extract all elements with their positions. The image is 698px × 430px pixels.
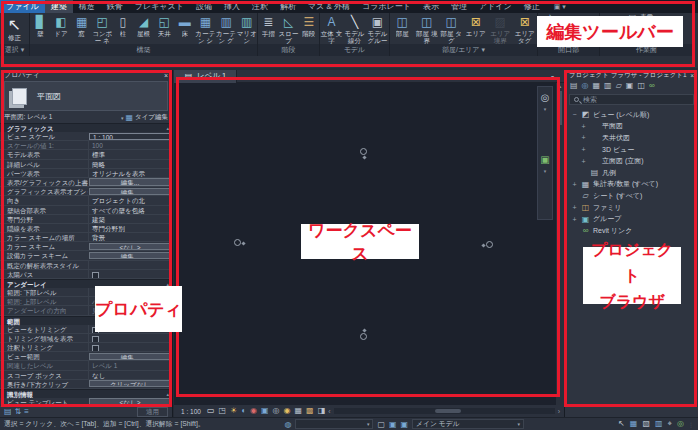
property-row[interactable]: 太陽パス (0, 270, 172, 279)
ribbon-tab[interactable]: プレキャスト (129, 0, 190, 13)
browser-toolbar-icon[interactable]: ▦ (593, 81, 601, 91)
ribbon-button[interactable]: ☰ 階段 (299, 13, 319, 44)
selection-filter-icon[interactable]: ◎ (677, 419, 684, 429)
ribbon-button[interactable]: ◫ 部屋 (390, 13, 415, 44)
modify-button[interactable]: ↖ 修正 (0, 13, 29, 44)
tree-item[interactable]: + ◫ ファミリ (565, 202, 698, 214)
ribbon-tab[interactable]: 設備 (190, 0, 218, 13)
ribbon-tab[interactable]: 修正 (518, 0, 546, 13)
scrollbar-thumb[interactable] (558, 91, 562, 125)
ribbon-button[interactable]: ◢ 屋根 (133, 13, 154, 44)
view-control-icon[interactable]: ◐ (241, 406, 246, 416)
ribbon-tab[interactable]: 建築 (45, 0, 73, 13)
property-row[interactable]: 関連したレベル レベル 1 (0, 361, 172, 370)
close-icon[interactable]: × (690, 72, 694, 79)
property-row[interactable]: パーツ表示 オリジナルを表示 (0, 169, 172, 178)
view-tab[interactable]: ▤ レベル 1 (174, 70, 237, 83)
property-row[interactable]: 専門分野 建築 (0, 215, 172, 224)
ribbon-button[interactable]: ◰ コンポー ネント (92, 13, 113, 44)
property-row[interactable]: 設備カラー スキーム 編集... (0, 251, 172, 260)
zoom-cube-icon[interactable]: ▣ (540, 154, 549, 166)
close-icon[interactable]: × (164, 72, 168, 79)
ribbon-button[interactable]: ◫ 部屋 境界 (415, 13, 440, 44)
scroll-right-icon[interactable]: › (558, 408, 560, 415)
ribbon-button[interactable]: ◫ 部屋 タグ (439, 13, 464, 44)
ribbon-button[interactable]: ╲ モデル 線分 (343, 13, 366, 44)
selection-filter-icon[interactable]: ▧ (642, 419, 650, 429)
ribbon-tab[interactable]: コラボレート (356, 0, 417, 13)
ribbon-button[interactable]: ▨ エリア 境界 (488, 13, 513, 44)
property-row[interactable]: スケールの値 1: 100 (0, 141, 172, 150)
ribbon-group-label[interactable]: 構築 (30, 44, 257, 56)
view-control-icon[interactable]: ▩ (306, 406, 314, 416)
scrollbar-thumb[interactable] (435, 409, 461, 413)
instance-filter[interactable]: 平面図: レベル 1 (4, 113, 53, 122)
chevron-down-icon[interactable]: ▾ (544, 168, 547, 174)
view-control-icon[interactable]: ◉ (250, 406, 257, 416)
expand-icon[interactable]: − (571, 111, 578, 118)
active-design-option-select[interactable]: メイン モデル ▾ (412, 419, 524, 429)
ribbon-group-label[interactable]: 部屋/エリア ▾ (390, 44, 537, 56)
window-icon[interactable]: ▣ (401, 420, 409, 429)
expand-icon[interactable]: + (580, 123, 587, 130)
browser-toolbar-icon[interactable]: ▣ (626, 81, 634, 91)
worksets-icon[interactable]: ◍ (284, 420, 291, 429)
elevation-marker[interactable] (360, 148, 367, 155)
ribbon-button[interactable]: ⊠ エリア (464, 13, 489, 44)
property-row[interactable]: スコープ ボックス なし (0, 371, 172, 380)
browser-toolbar-icon[interactable]: ▱ (616, 81, 622, 91)
view-control-icon[interactable]: ▭ (207, 406, 215, 416)
tree-item[interactable]: + ▦ 集計表/数量 (すべて) (565, 179, 698, 191)
view-scale-button[interactable]: 1 : 100 (178, 408, 204, 415)
property-row[interactable]: 詳細レベル 簡略 (0, 160, 172, 169)
ribbon-tab[interactable]: 構造 (73, 0, 101, 13)
tree-item[interactable]: + ▣ グループ (565, 213, 698, 225)
tree-item[interactable]: + 3D ビュー (565, 144, 698, 156)
ribbon-tab[interactable]: ファイル (0, 0, 45, 13)
ribbon-button[interactable]: ▣ モデル グループ (366, 13, 389, 44)
ribbon-tab[interactable]: 管理 (445, 0, 473, 13)
expand-icon[interactable]: + (580, 146, 587, 153)
selection-filter-icon[interactable]: ▦ (630, 419, 638, 429)
property-row[interactable]: 注釈トリミング (0, 343, 172, 352)
ribbon-tab[interactable]: 注釈 (246, 0, 274, 13)
browser-toolbar-icon[interactable]: ◎ (582, 81, 589, 91)
browser-toolbar-icon[interactable]: ◫ (637, 81, 645, 91)
ribbon-button[interactable]: ▯ 柱 (113, 13, 134, 44)
property-row[interactable]: 向き プロジェクトの北 (0, 196, 172, 205)
browser-toolbar-icon[interactable]: ∞ (649, 81, 655, 91)
property-row[interactable]: トリミング領域を表示 (0, 334, 172, 343)
horizontal-scrollbar[interactable] (334, 408, 555, 414)
browser-toolbar-icon[interactable]: ▥ (604, 81, 612, 91)
sort-icon[interactable]: ▤ (4, 407, 12, 417)
expand-icon[interactable]: + (571, 181, 578, 188)
tree-item[interactable]: − ◩ ビュー (レベル順) (565, 109, 698, 121)
ribbon-button[interactable]: ▥ マリオン (236, 13, 257, 44)
view-control-icon[interactable]: ☀ (230, 406, 237, 416)
elevation-marker[interactable] (234, 239, 241, 246)
expand-icon[interactable]: + (571, 204, 578, 211)
property-row[interactable]: カラー スキームの場所 背景 (0, 233, 172, 242)
property-row[interactable]: ビュー テンプレート <なし> (0, 398, 172, 407)
ribbon-tab[interactable]: 挿入 (218, 0, 246, 13)
property-row[interactable]: 隠線を表示 専門分野別 (0, 224, 172, 233)
tree-item[interactable]: ∞ Revit リンク (565, 225, 698, 237)
view-control-icon[interactable]: ◨ (318, 406, 326, 416)
ribbon-group-label[interactable]: モデル (320, 44, 389, 56)
selection-filter-icon[interactable]: ▥ (655, 419, 663, 429)
expand-icon[interactable]: + (571, 216, 578, 223)
expand-icon[interactable]: + (580, 134, 587, 141)
ribbon-button[interactable]: A 立体 文字 (320, 13, 343, 44)
view-control-icon[interactable]: ▣ (261, 406, 269, 416)
property-row[interactable]: ビュー範囲 編集... (0, 352, 172, 361)
design-options-icon[interactable]: ▢ (377, 420, 385, 429)
browser-search-input[interactable]: 検索 (569, 94, 694, 105)
view-control-icon[interactable]: ◳ (218, 406, 226, 416)
ribbon-button[interactable]: ◱ 天井 (154, 13, 175, 44)
elevation-marker[interactable] (360, 333, 367, 340)
view-control-icon[interactable]: ◎ (273, 406, 280, 416)
property-row[interactable]: 表示/グラフィックスの上書き 編集... (0, 178, 172, 187)
sort-icon[interactable]: ≡ (24, 407, 29, 417)
ribbon-button[interactable]: ◧ ドア (51, 13, 72, 44)
selection-filter-icon[interactable]: ⌖ (668, 419, 673, 429)
